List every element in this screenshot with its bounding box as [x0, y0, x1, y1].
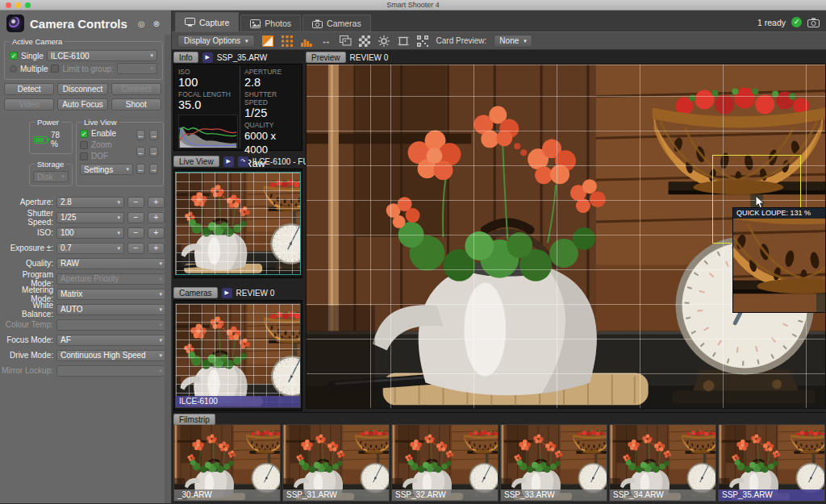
- checkerboard-icon[interactable]: [359, 35, 371, 47]
- shutter-plus-button[interactable]: +: [148, 212, 165, 223]
- param-label: Shutter Speed:: [2, 209, 53, 227]
- ready-count: 1 ready: [757, 18, 786, 27]
- exposure-warning-icon[interactable]: [262, 35, 274, 47]
- filmstrip-item[interactable]: SSP_32.ARW: [391, 424, 499, 502]
- video-button[interactable]: Video: [4, 98, 54, 110]
- camera-thumbnail[interactable]: ILCE-6100: [175, 303, 301, 408]
- lv-left-button-1[interactable]: ←: [136, 130, 145, 140]
- disconnect-button[interactable]: Disconnect: [57, 83, 107, 95]
- camera-select[interactable]: ILCE-6100▾: [47, 50, 157, 61]
- zoom-checkbox[interactable]: [80, 141, 88, 149]
- aperture-plus-button[interactable]: +: [148, 197, 165, 208]
- live-view-panel-button[interactable]: Live View: [173, 156, 219, 167]
- display-options-button[interactable]: Display Options▾: [177, 35, 255, 48]
- tab-cameras[interactable]: Cameras: [302, 15, 371, 31]
- active-camera-group: Active Camera ✓ Single ILCE-6100▾ Multip…: [4, 41, 163, 80]
- monitor-icon: [185, 18, 195, 27]
- focal-length-label: FOCAL LENGTH: [178, 90, 238, 98]
- connect-button[interactable]: Connect: [111, 83, 161, 95]
- close-icon[interactable]: ⊗: [153, 19, 160, 28]
- limit-checkbox[interactable]: [51, 65, 59, 73]
- live-view-thumbnail[interactable]: [175, 172, 301, 275]
- param-label: Focus Mode:: [2, 335, 53, 344]
- battery-percent: 78 %: [51, 131, 68, 148]
- close-window-icon[interactable]: [6, 2, 11, 8]
- preview-image[interactable]: QUICK LOUPE: 131 %: [306, 64, 826, 409]
- shoot-button[interactable]: Shoot: [111, 98, 161, 110]
- crop-frame-icon[interactable]: [398, 35, 410, 47]
- histogram-icon[interactable]: [301, 35, 313, 47]
- aperture-minus-button[interactable]: −: [127, 197, 144, 208]
- group-select[interactable]: ▾: [117, 63, 157, 74]
- auto-focus-button[interactable]: Auto Focus: [57, 98, 107, 110]
- filmstrip-item-selected[interactable]: SSP_35.ARW: [718, 424, 825, 502]
- sidebar-scrollbar[interactable]: [165, 35, 171, 503]
- lv-right-button-3[interactable]: →: [149, 164, 158, 174]
- iso-plus-button[interactable]: +: [148, 227, 165, 239]
- panel-title: Camera Controls: [30, 17, 132, 31]
- tab-capture[interactable]: Capture: [175, 12, 239, 31]
- play-icon[interactable]: ▶: [202, 52, 213, 63]
- disk-select[interactable]: Disk▾: [33, 171, 69, 182]
- maximize-window-icon[interactable]: [25, 2, 31, 8]
- image-pair-icon[interactable]: [340, 35, 352, 47]
- single-checkbox[interactable]: ✓: [10, 52, 18, 60]
- mirror-lockup-select[interactable]: ▾: [56, 365, 166, 377]
- white-balance-select[interactable]: AUTO▾: [56, 304, 166, 315]
- lv-left-button-3[interactable]: ←: [136, 164, 145, 174]
- info-panel-header: Info ▶ SSP_35.ARW: [173, 51, 267, 64]
- dof-label: DOF: [91, 152, 108, 160]
- detect-button[interactable]: Detect: [4, 83, 54, 95]
- drive-mode-select[interactable]: Continuous High Speed▾: [56, 350, 166, 361]
- settings-button[interactable]: Settings▾: [80, 164, 133, 175]
- rotate-icon[interactable]: ↷: [238, 156, 248, 167]
- lv-right-button-2[interactable]: →: [149, 147, 158, 157]
- iso-select[interactable]: 100▾: [56, 227, 124, 239]
- filmstrip-item[interactable]: SSP_34.ARW: [609, 424, 716, 502]
- grid-overlay-icon[interactable]: [282, 35, 294, 47]
- preview-status: REVIEW 0: [350, 53, 389, 62]
- iso-minus-button[interactable]: −: [127, 227, 144, 239]
- exposure-select[interactable]: 0.7▾: [56, 243, 124, 254]
- tab-photos[interactable]: Photos: [240, 15, 301, 31]
- metering-mode-select[interactable]: Matrix▾: [56, 289, 166, 300]
- filmstrip-item-label: SSP_32.ARW: [392, 489, 498, 501]
- filmstrip-panel-button[interactable]: Filmstrip: [173, 414, 215, 425]
- focus-mode-select[interactable]: AF▾: [56, 335, 166, 346]
- exposure-plus-button[interactable]: +: [148, 243, 165, 254]
- play-icon[interactable]: ▶: [222, 288, 232, 298]
- filmstrip-item[interactable]: _30.ARW: [173, 424, 281, 502]
- play-icon[interactable]: ▶: [223, 156, 234, 167]
- enable-checkbox[interactable]: ✓: [80, 130, 88, 138]
- minimize-window-icon[interactable]: [15, 2, 21, 8]
- iso-label: ISO: [178, 68, 238, 76]
- aperture-label: APERTURE: [244, 68, 298, 76]
- preview-panel-button[interactable]: Preview: [306, 52, 346, 63]
- resize-arrow-icon[interactable]: ↔: [320, 35, 332, 47]
- barcode-icon[interactable]: [417, 35, 429, 47]
- program-mode-select[interactable]: Aperture Priority▾: [56, 273, 166, 285]
- lv-left-button-2[interactable]: ←: [136, 147, 145, 157]
- cameras-panel-button[interactable]: Cameras: [173, 287, 218, 298]
- chevron-down-icon: ▾: [524, 38, 527, 44]
- lv-right-button-1[interactable]: →: [149, 130, 158, 140]
- app-window: Smart Shooter 4 Camera Controls ◎ ⊗ Acti…: [0, 0, 826, 504]
- param-label: White Balance:: [2, 301, 53, 319]
- card-preview-select[interactable]: None▾: [494, 35, 532, 48]
- info-panel-button[interactable]: Info: [173, 52, 198, 63]
- info-filename: SSP_35.ARW: [217, 53, 268, 62]
- filmstrip-item[interactable]: SSP_33.ARW: [500, 424, 607, 502]
- live-view-label: Live View: [81, 118, 119, 127]
- brightness-icon[interactable]: [378, 35, 390, 47]
- shutter-minus-button[interactable]: −: [127, 212, 144, 223]
- colour-temp-select[interactable]: ▾: [56, 319, 166, 331]
- window-controls[interactable]: [6, 2, 31, 8]
- dof-checkbox[interactable]: [80, 152, 88, 160]
- shutter-select[interactable]: 1/25▾: [56, 212, 124, 223]
- aperture-select[interactable]: 2.8▾: [56, 197, 124, 208]
- gear-icon[interactable]: ◎: [138, 19, 145, 28]
- exposure-minus-button[interactable]: −: [127, 243, 144, 254]
- filmstrip-item[interactable]: SSP_31.ARW: [282, 424, 390, 502]
- multiple-radio[interactable]: [10, 65, 17, 73]
- quality-select[interactable]: RAW▾: [56, 258, 166, 269]
